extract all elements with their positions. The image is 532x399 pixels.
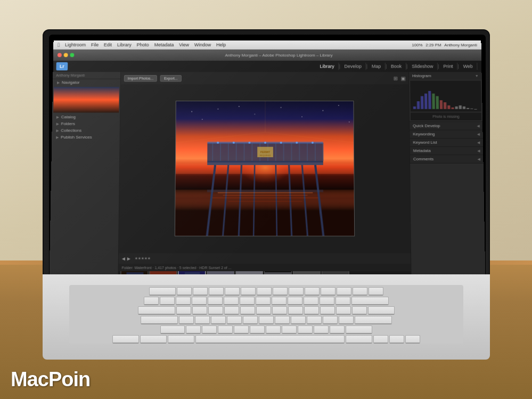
filmstrip-nav-right[interactable]: ▶ bbox=[127, 256, 130, 261]
key-f3[interactable] bbox=[209, 287, 224, 296]
key-space[interactable] bbox=[195, 335, 345, 344]
key-7[interactable] bbox=[256, 297, 271, 305]
key-rbracket[interactable] bbox=[352, 306, 367, 315]
key-f6[interactable] bbox=[257, 287, 272, 296]
key-h[interactable] bbox=[259, 316, 274, 324]
key-l[interactable] bbox=[307, 316, 322, 324]
module-develop[interactable]: Develop bbox=[340, 63, 366, 70]
maximize-button[interactable] bbox=[70, 53, 74, 58]
keyword-list-header[interactable]: Keyword List ◀ bbox=[410, 139, 483, 146]
key-2[interactable] bbox=[176, 297, 191, 305]
key-f12[interactable] bbox=[353, 287, 367, 296]
key-a[interactable] bbox=[179, 316, 194, 324]
key-f11[interactable] bbox=[337, 287, 351, 296]
collections-section[interactable]: ▶ Collections bbox=[52, 127, 119, 134]
key-n[interactable] bbox=[266, 325, 281, 334]
key-tab[interactable] bbox=[138, 306, 175, 315]
key-period[interactable] bbox=[314, 325, 329, 334]
key-lshift[interactable] bbox=[160, 325, 185, 334]
key-r[interactable] bbox=[224, 306, 239, 315]
histogram-header[interactable]: Histogram ▼ bbox=[409, 72, 482, 79]
key-comma[interactable] bbox=[298, 325, 313, 334]
key-backtick[interactable] bbox=[144, 297, 159, 305]
key-backslash[interactable] bbox=[368, 306, 395, 315]
module-map[interactable]: Map bbox=[367, 63, 386, 70]
navigator-section[interactable]: ▶ Navigator bbox=[53, 79, 120, 86]
key-c[interactable] bbox=[218, 325, 233, 334]
key-6[interactable] bbox=[240, 297, 255, 305]
key-equals[interactable] bbox=[335, 297, 350, 305]
minimize-button[interactable] bbox=[64, 53, 68, 58]
menu-library[interactable]: Library bbox=[117, 42, 132, 47]
key-0[interactable] bbox=[304, 297, 318, 305]
module-web[interactable]: Web bbox=[459, 63, 478, 70]
key-slash[interactable] bbox=[330, 325, 345, 334]
menu-photo[interactable]: Photo bbox=[137, 42, 149, 47]
key-3[interactable] bbox=[192, 297, 207, 305]
loupe-view-icon[interactable]: ▣ bbox=[400, 75, 405, 81]
key-5[interactable] bbox=[224, 297, 239, 305]
key-ralt[interactable] bbox=[346, 335, 372, 344]
export-button[interactable]: Export... bbox=[160, 75, 181, 82]
key-q[interactable] bbox=[176, 306, 191, 315]
key-f1[interactable] bbox=[177, 287, 192, 296]
key-right[interactable] bbox=[405, 335, 420, 344]
key-quote[interactable] bbox=[339, 316, 354, 324]
key-g[interactable] bbox=[243, 316, 258, 324]
module-book[interactable]: Book bbox=[387, 63, 406, 70]
key-y[interactable] bbox=[256, 306, 271, 315]
metadata-header[interactable]: Metadata ◀ bbox=[410, 147, 484, 155]
key-v[interactable] bbox=[234, 325, 249, 334]
menu-metadata[interactable]: Metadata bbox=[154, 42, 174, 47]
grid-view-icon[interactable]: ⊞ bbox=[394, 75, 398, 81]
menu-edit[interactable]: Edit bbox=[104, 42, 112, 47]
key-caps[interactable] bbox=[141, 316, 178, 324]
menu-help[interactable]: Help bbox=[216, 42, 226, 47]
key-t[interactable] bbox=[240, 306, 255, 315]
key-up[interactable] bbox=[389, 335, 404, 344]
key-4[interactable] bbox=[208, 297, 223, 305]
key-x[interactable] bbox=[202, 325, 217, 334]
key-f[interactable] bbox=[227, 316, 242, 324]
key-f2[interactable] bbox=[193, 287, 208, 296]
key-f10[interactable] bbox=[321, 287, 335, 296]
comments-header[interactable]: Comments ◀ bbox=[410, 155, 484, 163]
key-esc[interactable] bbox=[149, 287, 176, 296]
module-library[interactable]: Library bbox=[316, 63, 339, 70]
key-f4[interactable] bbox=[225, 287, 240, 296]
key-w[interactable] bbox=[192, 306, 207, 315]
folders-section[interactable]: ▶ Folders bbox=[52, 120, 120, 127]
import-button[interactable]: Import Photos... bbox=[124, 75, 157, 82]
key-f7[interactable] bbox=[273, 287, 288, 296]
key-o[interactable] bbox=[304, 306, 319, 315]
key-f5[interactable] bbox=[241, 287, 256, 296]
key-p[interactable] bbox=[320, 306, 335, 315]
key-power[interactable] bbox=[369, 287, 383, 296]
menu-lightroom[interactable]: Lightroom bbox=[65, 42, 86, 47]
key-j[interactable] bbox=[275, 316, 290, 324]
key-d[interactable] bbox=[211, 316, 226, 324]
key-1[interactable] bbox=[160, 297, 175, 305]
catalog-section[interactable]: ▶ Catalog bbox=[52, 113, 120, 120]
key-backspace[interactable] bbox=[351, 297, 389, 305]
key-semicolon[interactable] bbox=[323, 316, 338, 324]
key-e[interactable] bbox=[208, 306, 223, 315]
key-i[interactable] bbox=[288, 306, 303, 315]
module-print[interactable]: Print bbox=[439, 63, 458, 70]
quick-develop-header[interactable]: Quick Develop ◀ bbox=[410, 122, 482, 130]
key-minus[interactable] bbox=[320, 297, 334, 305]
close-button[interactable] bbox=[58, 53, 62, 58]
key-rshift[interactable] bbox=[346, 325, 372, 334]
key-lbracket[interactable] bbox=[336, 306, 351, 315]
filmstrip-nav-left[interactable]: ◀ bbox=[122, 256, 125, 261]
key-m[interactable] bbox=[282, 325, 297, 334]
menu-view[interactable]: View bbox=[179, 42, 189, 47]
key-b[interactable] bbox=[250, 325, 265, 334]
key-left[interactable] bbox=[373, 335, 388, 344]
key-f9[interactable] bbox=[305, 287, 320, 296]
menu-file[interactable]: File bbox=[91, 42, 99, 47]
key-k[interactable] bbox=[291, 316, 306, 324]
key-f8[interactable] bbox=[289, 287, 304, 296]
key-ctrl[interactable] bbox=[140, 335, 167, 344]
menu-window[interactable]: Window bbox=[194, 42, 211, 47]
